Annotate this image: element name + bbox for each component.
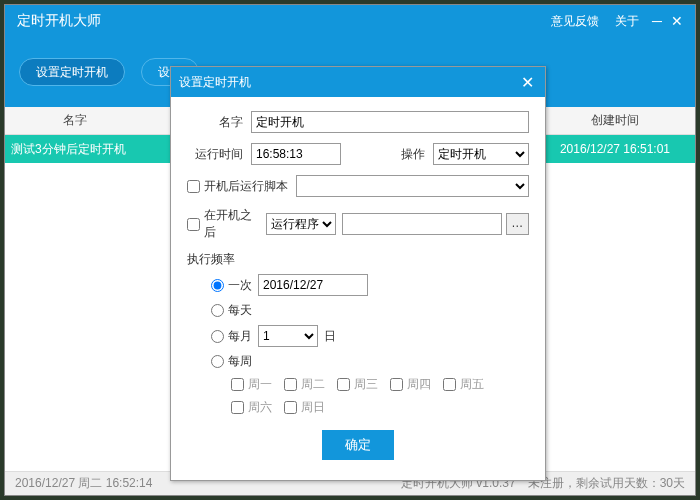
about-link[interactable]: 关于 [615,13,639,30]
minimize-icon[interactable]: ─ [647,13,667,29]
titlebar: 定时开机大师 意见反馈 关于 ─ ✕ [5,5,695,37]
status-datetime: 2016/12/27 周二 16:52:14 [15,475,152,492]
label-operation: 操作 [401,146,425,163]
settings-dialog: 设置定时开机 ✕ 名字 运行时间 操作 定时开机 开机后运行脚本 在开机之后 运… [170,66,546,481]
after-path-input[interactable] [342,213,502,235]
label-frequency: 执行频率 [187,251,235,268]
weekday-group: 周一周二周三周四周五周六周日 [231,376,529,416]
dialog-title: 设置定时开机 [179,74,251,91]
col-name: 名字 [5,112,145,129]
script-select[interactable] [296,175,529,197]
freq-monthly-radio[interactable]: 每月 [211,328,252,345]
freq-once-radio[interactable]: 一次 [211,277,252,294]
weekday-checkbox[interactable]: 周一 [231,376,272,393]
label-day-suffix: 日 [324,328,336,345]
col-created: 创建时间 [535,112,695,129]
monthly-day-select[interactable]: 1 [258,325,318,347]
frequency-group: 一次 每天 每月 1 日 每周 周一周二周三周四周五周六周日 [211,274,529,416]
script-checkbox[interactable] [187,180,200,193]
operation-select[interactable]: 定时开机 [433,143,529,165]
cell-created: 2016/12/27 16:51:01 [535,142,695,156]
weekday-checkbox[interactable]: 周五 [443,376,484,393]
weekday-checkbox[interactable]: 周三 [337,376,378,393]
once-date-input[interactable] [258,274,368,296]
freq-daily-radio[interactable]: 每天 [211,302,252,319]
close-icon[interactable]: ✕ [667,13,687,29]
weekday-checkbox[interactable]: 周日 [284,399,325,416]
name-input[interactable] [251,111,529,133]
ok-button[interactable]: 确定 [322,430,394,460]
label-runtime: 运行时间 [187,146,243,163]
after-mode-select[interactable]: 运行程序 [266,213,336,235]
label-after: 在开机之后 [204,207,258,241]
dialog-titlebar: 设置定时开机 ✕ [171,67,545,97]
weekday-checkbox[interactable]: 周六 [231,399,272,416]
set-schedule-button[interactable]: 设置定时开机 [19,58,125,86]
runtime-input[interactable] [251,143,341,165]
weekday-checkbox[interactable]: 周四 [390,376,431,393]
app-title: 定时开机大师 [13,12,543,30]
label-script: 开机后运行脚本 [204,178,288,195]
freq-weekly-radio[interactable]: 每周 [211,353,252,370]
status-license: 未注册，剩余试用天数：30天 [528,475,685,492]
label-name: 名字 [187,114,243,131]
weekday-checkbox[interactable]: 周二 [284,376,325,393]
feedback-link[interactable]: 意见反馈 [551,13,599,30]
cell-name: 测试3分钟后定时开机 [5,141,161,158]
after-checkbox[interactable] [187,218,200,231]
browse-button[interactable]: … [506,213,529,235]
dialog-close-icon[interactable]: ✕ [517,73,537,92]
